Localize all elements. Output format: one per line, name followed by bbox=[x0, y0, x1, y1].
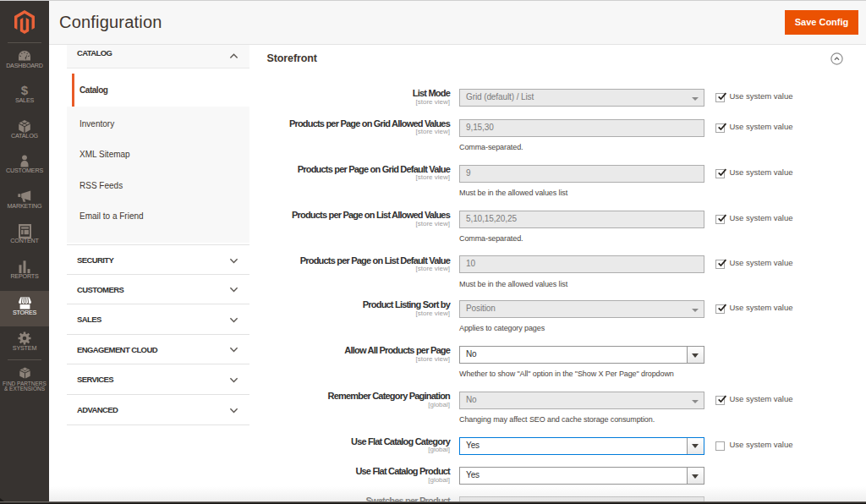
svg-text:$: $ bbox=[21, 84, 29, 97]
